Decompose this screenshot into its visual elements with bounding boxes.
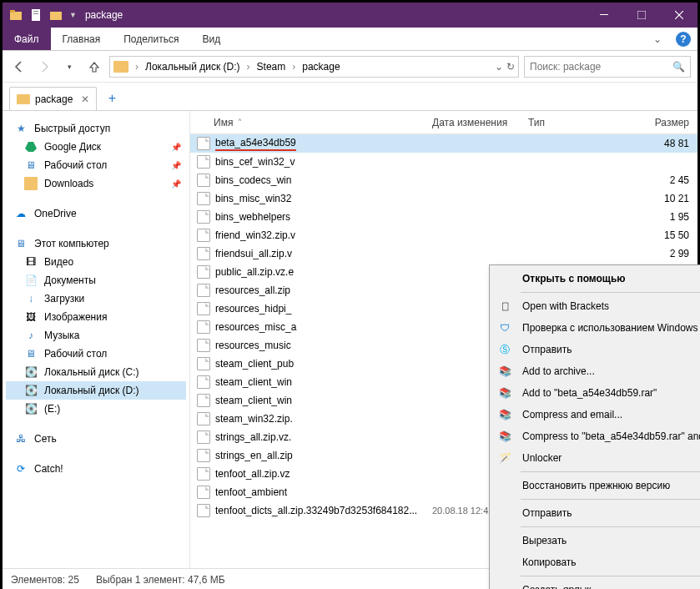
recent-dropdown[interactable]: ▾ [59, 57, 79, 77]
titlebar: ▼ package [3, 3, 697, 28]
file-tab[interactable]: Файл [3, 28, 51, 50]
svg-rect-4 [33, 13, 38, 14]
back-button[interactable] [9, 57, 29, 77]
help-icon[interactable]: ? [676, 32, 691, 47]
ribbon-expand-icon[interactable]: ⌄ [646, 28, 669, 50]
nav-downloads2[interactable]: ↓Загрузки [6, 289, 186, 308]
sort-indicator-icon: ˄ [238, 118, 242, 127]
bc-dropdown-icon[interactable]: ⌄ [495, 61, 503, 73]
file-name: beta_a54e34db59 [215, 137, 296, 151]
context-menu: Открыть с помощью ⎕Open with Brackets 🛡П… [489, 264, 700, 589]
breadcrumb-item[interactable]: Steam [254, 61, 290, 73]
col-type[interactable]: Тип [528, 117, 612, 128]
search-input[interactable] [530, 61, 667, 73]
ctx-send-skype[interactable]: ⓈОтправить [492, 339, 700, 360]
ctx-add-rar[interactable]: 📚Add to "beta_a54e34db59.rar" [492, 382, 700, 404]
col-date[interactable]: Дата изменения [432, 117, 528, 128]
file-name: steam_client_win [215, 395, 292, 406]
ctx-brackets[interactable]: ⎕Open with Brackets [492, 295, 700, 317]
qat-dropdown-icon[interactable]: ▼ [69, 11, 77, 19]
file-row[interactable]: bins_webhelpers1 95 [190, 208, 697, 226]
file-row[interactable]: beta_a54e34db5948 81 [190, 134, 697, 153]
onedrive[interactable]: ☁OneDrive [6, 204, 186, 223]
qat-props-icon[interactable] [29, 8, 43, 22]
file-icon [197, 486, 210, 499]
nav-desktop[interactable]: 🖥Рабочий стол📌 [6, 156, 186, 174]
breadcrumb-item[interactable]: Локальный диск (D:) [142, 61, 244, 73]
nav-drive-d[interactable]: 💽Локальный диск (D:) [6, 381, 186, 400]
tab-share[interactable]: Поделиться [112, 28, 190, 50]
ctx-compress-email[interactable]: 📚Compress and email... [492, 404, 700, 425]
file-icon [197, 412, 210, 425]
file-icon [197, 394, 210, 407]
tab-view[interactable]: Вид [190, 28, 232, 50]
col-name[interactable]: Имя˄ [190, 117, 432, 128]
this-pc[interactable]: 🖥Этот компьютер [6, 234, 186, 253]
qat-newfolder-icon[interactable] [49, 8, 63, 22]
search-box[interactable]: 🔍 [524, 56, 691, 78]
network[interactable]: 🖧Сеть [6, 430, 186, 448]
close-button[interactable] [660, 3, 697, 28]
new-tab-button[interactable]: + [100, 87, 123, 110]
window-title: package [85, 9, 123, 21]
ctx-restore[interactable]: Восстановить прежнюю версию [492, 475, 700, 496]
file-icon [197, 449, 210, 462]
catch[interactable]: ⟳Catch! [6, 460, 186, 478]
nav-documents[interactable]: 📄Документы [6, 271, 186, 289]
file-icon [197, 504, 210, 517]
file-icon [197, 210, 210, 224]
ctx-defender[interactable]: 🛡Проверка с использованием Windows Defen… [492, 317, 700, 339]
svg-rect-0 [10, 12, 22, 20]
nav-drive-e[interactable]: 💽(E:) [6, 400, 186, 418]
nav-music[interactable]: ♪Музыка [6, 326, 186, 345]
nav-google-drive[interactable]: Google Диск📌 [6, 138, 186, 156]
desktop-icon: 🖥 [24, 159, 38, 172]
file-row[interactable]: friendsui_all.zip.v2 99 [190, 244, 697, 263]
file-row[interactable]: bins_cef_win32_v [190, 153, 697, 171]
file-name: tenfoot_all.zip.vz [215, 468, 290, 480]
bc-refresh-icon[interactable]: ↻ [506, 61, 515, 73]
ctx-compress-rar-email[interactable]: 📚Compress to "beta_a54e34db59.rar" and e… [492, 425, 700, 447]
ctx-copy[interactable]: Копировать [492, 551, 700, 573]
file-name: resources_all.zip [215, 284, 290, 296]
ctx-open-with[interactable]: Открыть с помощью [492, 268, 700, 289]
video-icon: 🎞 [24, 255, 38, 269]
ctx-shortcut[interactable]: Создать ярлык [492, 579, 700, 589]
ctx-add-archive[interactable]: 📚Add to archive... [492, 360, 700, 382]
nav-pictures[interactable]: 🖼Изображения [6, 308, 186, 326]
ctx-unlocker[interactable]: 🪄Unlocker [492, 447, 700, 469]
ctx-send-to[interactable]: Отправить▶ [492, 502, 700, 524]
cloud-icon: ☁ [14, 207, 28, 220]
doc-tab[interactable]: package ✕ [9, 87, 97, 110]
file-row[interactable]: friend_win32.zip.v15 50 [190, 226, 697, 244]
file-size: 48 81 [612, 138, 697, 149]
file-icon [197, 174, 210, 187]
file-size: 2 99 [612, 248, 697, 259]
nav-desktop2[interactable]: 🖥Рабочий стол [6, 345, 186, 363]
nav-videos[interactable]: 🎞Видео [6, 253, 186, 271]
file-icon [197, 247, 210, 260]
col-size[interactable]: Размер [612, 117, 697, 128]
tab-home[interactable]: Главная [51, 28, 113, 50]
rar-icon: 📚 [497, 364, 512, 379]
down-icon: ↓ [24, 292, 38, 305]
quick-access[interactable]: ★ Быстрый доступ [6, 119, 186, 138]
catch-icon: ⟳ [14, 462, 28, 476]
file-size: 10 21 [612, 193, 697, 204]
file-row[interactable]: bins_misc_win3210 21 [190, 189, 697, 208]
disk-icon: 💽 [24, 402, 38, 415]
nav-downloads[interactable]: Downloads📌 [6, 174, 186, 193]
close-tab-icon[interactable]: ✕ [81, 93, 89, 105]
file-name: bins_misc_win32 [215, 193, 291, 204]
breadcrumb[interactable]: › Локальный диск (D:) › Steam › package … [109, 56, 519, 78]
minimize-button[interactable] [585, 3, 622, 28]
nav-drive-c[interactable]: 💽Локальный диск (C:) [6, 363, 186, 381]
breadcrumb-item[interactable]: package [299, 61, 343, 73]
maximize-button[interactable] [622, 3, 660, 28]
pin-icon: 📌 [171, 143, 186, 152]
up-button[interactable] [84, 57, 104, 77]
ctx-cut[interactable]: Вырезать [492, 530, 700, 551]
network-icon: 🖧 [14, 432, 28, 446]
forward-button[interactable] [34, 57, 54, 77]
file-row[interactable]: bins_codecs_win2 45 [190, 171, 697, 189]
